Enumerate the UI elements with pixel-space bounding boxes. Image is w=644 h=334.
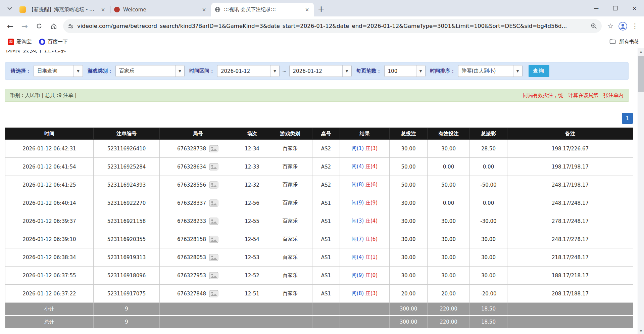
video-replay-icon[interactable]: [209, 145, 218, 152]
round-number: 676328337: [177, 200, 206, 206]
cell-total-bet[interactable]: 20.00: [390, 285, 428, 303]
page-scrollbar[interactable]: ▲ ▼: [638, 48, 644, 334]
date-range-separator: ~: [282, 68, 287, 74]
cell-total-bet[interactable]: 30.00: [390, 230, 428, 248]
address-bar[interactable]: videoie.com/game/betrecord_search/kind3?…: [63, 19, 602, 33]
tab-close-icon[interactable]: ×: [200, 6, 208, 13]
home-button[interactable]: [47, 19, 60, 33]
cell-table-no: AS2: [312, 158, 340, 176]
subtotal-valid-bet: 220.00: [428, 303, 470, 316]
video-replay-icon[interactable]: [209, 199, 218, 207]
back-button[interactable]: ←: [3, 19, 17, 33]
scroll-down-icon[interactable]: ▼: [638, 328, 644, 334]
cell-round: 676327848: [160, 285, 236, 303]
maximize-button[interactable]: [606, 0, 625, 16]
header-game-type: 游戏类别: [268, 128, 312, 140]
video-replay-icon[interactable]: [209, 218, 218, 225]
reload-button[interactable]: [32, 19, 46, 33]
cell-time: 2026-01-12 06:37:55: [5, 267, 94, 285]
scrollbar-thumb[interactable]: [638, 56, 644, 92]
search-button[interactable]: 查询: [529, 65, 549, 77]
scroll-up-icon[interactable]: ▲: [638, 48, 644, 55]
cell-valid-bet: 20.00: [428, 285, 470, 303]
cell-session: 12-52: [236, 267, 268, 285]
video-replay-icon[interactable]: [209, 163, 218, 171]
video-replay-icon[interactable]: [209, 290, 218, 297]
page-size-select[interactable]: 100 ▼: [384, 65, 426, 77]
round-number: 676328634: [177, 163, 206, 170]
cell-round: 676328738: [160, 140, 236, 158]
cell-total-bet[interactable]: 30.00: [390, 212, 428, 230]
tab-search-chevron-icon[interactable]: [4, 3, 15, 14]
globe-favicon-icon: [214, 6, 221, 13]
round-number: 676328053: [177, 254, 206, 260]
site-settings-icon[interactable]: [68, 23, 74, 29]
close-button[interactable]: ×: [625, 0, 644, 16]
new-tab-button[interactable]: +: [315, 3, 327, 14]
cell-total-bet[interactable]: 50.00: [390, 176, 428, 194]
all-bookmarks-button[interactable]: 所有书签: [619, 39, 639, 45]
cell-note: 198.17/226.67: [507, 140, 633, 158]
chevron-down-icon[interactable]: ▼: [270, 65, 279, 77]
video-replay-icon[interactable]: [209, 236, 218, 243]
sort-select[interactable]: 降幂(由大到小) ▼: [458, 65, 523, 77]
chevron-down-icon[interactable]: ▼: [73, 65, 83, 77]
cell-bet-id: 523116919313: [94, 248, 160, 267]
cell-game-type: 百家乐: [268, 158, 312, 176]
video-replay-icon[interactable]: [209, 254, 218, 261]
cell-bet-id: 523116917075: [94, 285, 160, 303]
bookmarks-right: 所有书签: [606, 38, 639, 46]
browser-tab-forum[interactable]: 【新提醒】海燕策略论坛 - 综合 ×: [16, 3, 110, 16]
page-button-1[interactable]: 1: [622, 113, 633, 124]
bookmark-star-icon[interactable]: ☆: [604, 20, 616, 32]
video-replay-icon[interactable]: [209, 181, 218, 189]
cell-time: 2026-01-12 06:41:25: [5, 176, 94, 194]
result-banker: 庄(3): [365, 145, 378, 151]
browser-tab-welcome[interactable]: Welcome ×: [110, 3, 211, 16]
cell-round: 676328233: [160, 212, 236, 230]
cell-result: 闲(4) 庄(1): [340, 248, 390, 267]
date-start-input[interactable]: 2026-01-12 ▼: [217, 65, 280, 77]
bookmark-taobao[interactable]: 淘 爱淘宝: [5, 37, 35, 46]
result-player: 闲(1): [352, 145, 364, 151]
browser-tab-betrecord[interactable]: :::视讯 会员下注纪录::: ×: [211, 3, 314, 16]
chevron-down-icon[interactable]: ▼: [342, 65, 351, 77]
cell-total-bet[interactable]: 50.00: [390, 158, 428, 176]
cell-table-no: AS1: [312, 230, 340, 248]
select-label: 请选择：: [11, 68, 31, 74]
cell-time: 2026-01-12 06:40:14: [5, 194, 94, 212]
table-row: 2026-01-12 06:37:55 523116918096 6763279…: [5, 267, 633, 285]
tab-close-icon[interactable]: ×: [303, 6, 311, 13]
header-table-no: 桌号: [312, 128, 340, 140]
cell-result: 闲(9) 庄(9): [340, 194, 390, 212]
forward-button[interactable]: →: [18, 19, 32, 33]
cell-payout: 30.00: [470, 267, 507, 285]
cell-total-bet[interactable]: 30.00: [390, 267, 428, 285]
profile-avatar-icon[interactable]: [617, 20, 629, 32]
menu-kebab-icon[interactable]: ⋮: [629, 20, 641, 32]
chevron-down-icon[interactable]: ▼: [513, 65, 522, 77]
minimize-button[interactable]: —: [587, 0, 606, 16]
cell-round: 676328556: [160, 176, 236, 194]
chevron-down-icon[interactable]: ▼: [175, 65, 184, 77]
query-type-select[interactable]: 日期查询 ▼: [34, 65, 83, 77]
chevron-down-icon[interactable]: ▼: [416, 65, 425, 77]
result-player: 闲(4): [352, 163, 364, 170]
date-start-value: 2026-01-12: [217, 68, 270, 74]
result-player: 闲(9): [352, 200, 364, 206]
zoom-icon[interactable]: [591, 23, 597, 29]
cell-total-bet[interactable]: 30.00: [390, 248, 428, 267]
sort-value: 降幂(由大到小): [458, 68, 513, 74]
header-round: 局号: [160, 128, 236, 140]
cell-total-bet[interactable]: 30.00: [390, 194, 428, 212]
video-replay-icon[interactable]: [209, 272, 218, 279]
date-end-input[interactable]: 2026-01-12 ▼: [289, 65, 352, 77]
forum-favicon-icon: [19, 6, 26, 13]
cell-total-bet[interactable]: 30.00: [390, 140, 428, 158]
game-type-select[interactable]: 百家乐 ▼: [115, 65, 185, 77]
cell-time: 2026-01-12 06:39:37: [5, 212, 94, 230]
url-text[interactable]: videoie.com/game/betrecord_search/kind3?…: [77, 23, 587, 29]
date-end-value: 2026-01-12: [290, 68, 342, 74]
bookmark-baidu[interactable]: 百度一下: [36, 37, 71, 46]
tab-close-icon[interactable]: ×: [99, 6, 107, 13]
